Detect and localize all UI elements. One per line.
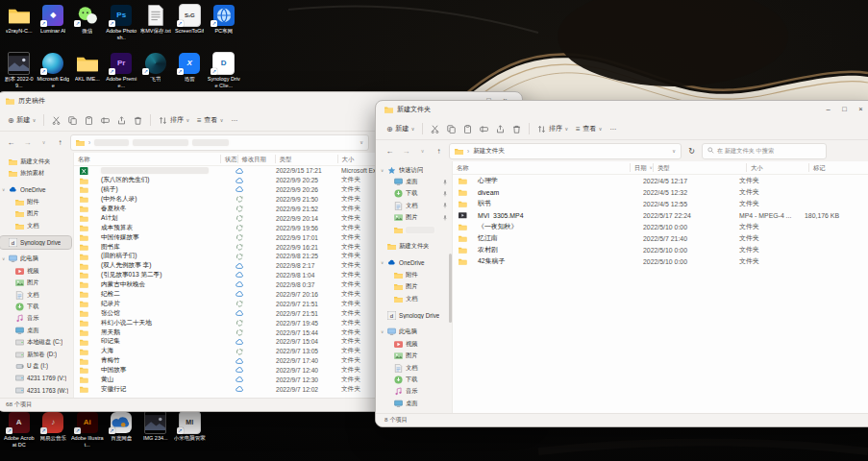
share-icon[interactable] (496, 125, 505, 133)
column-header-3[interactable]: 大小 (746, 163, 808, 172)
recent-locations-button[interactable]: ∨ (37, 139, 50, 145)
refresh-button[interactable]: ↻ (685, 147, 698, 156)
minimize-button[interactable]: – (820, 103, 836, 116)
sidebar-item-附件[interactable]: 附件 (379, 269, 450, 280)
sidebar-item-video-jiale-[interactable]: video (\\jiale... (0, 396, 71, 398)
sidebar-item-4231-1763-W-[interactable]: 4231 1763 (W:) (0, 384, 71, 396)
desktop-icon-寒MV保存-txt[interactable]: 寒MV保存.txt (138, 4, 173, 40)
sidebar-item-redacted[interactable] (379, 224, 450, 235)
sort-button[interactable]: 排序∨ (159, 115, 189, 125)
forward-button[interactable]: → (400, 147, 412, 156)
desktop-icon-Luminar-AI[interactable]: ◆↗ Luminar AI (37, 4, 71, 40)
sidebar-item-桌面[interactable]: 桌面 (379, 176, 450, 187)
sidebar-item-4231-1769-V-[interactable]: 4231 1769 (V:) (0, 373, 71, 384)
file-row--一夜知秋-[interactable]: 《一夜知秋》 2022/5/10 0:00 文件夹 (453, 221, 868, 232)
address-dropdown-icon[interactable]: ∨ (672, 148, 676, 154)
sidebar-item-图片[interactable]: 图片 (0, 278, 71, 289)
sidebar-item-图片[interactable]: 图片 (379, 281, 450, 293)
column-header-1[interactable]: 日期∨ (630, 163, 653, 172)
desktop-icon-Adobe-Photosh-[interactable]: Ps↗ Adobe Photosh.. (105, 4, 139, 40)
sidebar-item-新建文件夹[interactable]: 新建文件夹 (379, 240, 450, 252)
desktop-icon-飞书[interactable]: ↗ 飞书 (138, 52, 173, 88)
paste-icon[interactable] (85, 116, 93, 125)
address-dropdown-icon[interactable]: ∨ (360, 139, 363, 145)
sidebar-item-下载[interactable]: 下载 (0, 301, 71, 312)
share-icon[interactable] (117, 116, 126, 125)
sidebar-item-此电脑[interactable]: ∨ 此电脑 (379, 327, 450, 338)
sidebar-item-下载[interactable]: 下载 (379, 374, 450, 385)
sidebar-item-文档[interactable]: 文档 (379, 200, 450, 211)
view-button[interactable]: ≡查看∨ (576, 124, 602, 133)
delete-icon[interactable] (134, 116, 142, 125)
copy-icon[interactable] (447, 125, 456, 133)
desktop-icon-v2rayN-C-[interactable]: v2rayN-C... (2, 4, 37, 40)
desktop-icon-IMG-234-[interactable]: IMG 234... (138, 411, 173, 448)
column-header-1[interactable]: 状态 (220, 155, 237, 163)
desktop-icon-Microsoft-Edge[interactable]: ↗ Microsoft Edge (37, 52, 71, 88)
desktop-icon-PC寒网[interactable]: ↗ PC寒网 (207, 4, 241, 40)
sidebar-scrollbar[interactable] (449, 254, 452, 323)
new-button[interactable]: ⊕新建∨ (386, 124, 414, 133)
sidebar-item-Synology-Drive[interactable]: d Synology Drive (0, 236, 71, 248)
desktop-icon-Adobe-Acrobat-DC[interactable]: A↗ Adobe Acrobat DC (2, 411, 37, 448)
sidebar-item-视频[interactable]: 视频 (379, 338, 450, 350)
breadcrumb[interactable]: › 新建文件夹 ∨ (449, 143, 682, 159)
sidebar-item-附件[interactable]: 附件 (0, 196, 71, 207)
sidebar-item-快速访问[interactable]: ∨ 快速访问 (379, 164, 450, 176)
desktop-icon-迅雷[interactable]: X↗ 迅雷 (173, 52, 208, 88)
column-header-0[interactable]: 名称 (74, 155, 220, 163)
desktop-icon-剧本-2022-09-[interactable]: 剧本 2022-09... (2, 52, 37, 88)
desktop-icon-Synology-Drive-Clie-[interactable]: D↗ Synology Drive Clie... (207, 52, 241, 88)
sidebar-item-文档[interactable]: 文档 (0, 289, 71, 301)
sidebar-item-OneDrive[interactable]: ∨ OneDrive (379, 257, 450, 269)
breadcrumb-segment[interactable]: 新建文件夹 (473, 147, 505, 156)
column-header-2[interactable]: 类型 (653, 163, 746, 172)
back-button[interactable]: ← (384, 147, 396, 156)
close-button[interactable]: × (853, 103, 868, 116)
column-header-3[interactable]: 类型 (275, 155, 337, 163)
desktop-icon-网易云音乐[interactable]: ♪↗ 网易云音乐 (37, 411, 71, 448)
up-button[interactable]: ↑ (54, 138, 66, 147)
sidebar-item-文档[interactable]: 文档 (0, 220, 71, 231)
desktop-icon-ScreenToGif[interactable]: S›G↗ ScreenToGif (173, 4, 208, 40)
breadcrumb[interactable]: › ∨ (70, 134, 369, 151)
new-button[interactable]: ⊕新建∨ (8, 115, 36, 125)
right-titlebar[interactable]: 新建文件夹 – □ × (376, 101, 868, 118)
maximize-button[interactable]: □ (836, 103, 853, 116)
file-row-diveam[interactable]: diveam 2022/4/5 12:32 文件夹 (453, 186, 868, 198)
delete-icon[interactable] (512, 125, 521, 133)
search-input[interactable]: 在 新建文件夹 中搜索 (702, 143, 827, 159)
sidebar-item-桌面[interactable]: 桌面 (379, 398, 450, 409)
cut-icon[interactable] (431, 125, 439, 133)
view-button[interactable]: ≡查看∨ (197, 115, 223, 125)
file-row-心理学[interactable]: 心理学 2022/4/5 12:17 文件夹 (453, 175, 868, 186)
sidebar-item-下载[interactable]: 下载 (379, 188, 450, 200)
sidebar-item-图片[interactable]: 图片 (379, 350, 450, 361)
file-row-42集稿子[interactable]: 42集稿子 2022/5/10 0:00 文件夹 (453, 255, 868, 267)
desktop-icon-小米电脑管家[interactable]: MI↗ 小米电脑管家 (173, 411, 208, 448)
sidebar-item-新加卷-D-[interactable]: 新加卷 (D:) (0, 349, 71, 360)
up-button[interactable]: ↑ (433, 147, 445, 156)
sidebar-item-旅拍素材[interactable]: 旅拍素材 (0, 167, 71, 179)
more-button[interactable]: ··· (609, 126, 616, 133)
copy-icon[interactable] (68, 116, 77, 125)
paste-icon[interactable] (463, 125, 472, 133)
column-header-4[interactable]: 大小 (337, 155, 381, 163)
sidebar-item-文档[interactable]: 文档 (379, 293, 450, 304)
desktop-icon-Adobe-Illustrat-[interactable]: Ai↗ Adobe Illustrat... (70, 411, 105, 448)
sidebar-item-新建文件夹[interactable]: 新建文件夹 (0, 156, 71, 167)
file-row-忆江南[interactable]: 忆江南 2022/5/7 21:40 文件夹 (453, 232, 868, 244)
column-header-4[interactable]: 标记 (808, 163, 854, 172)
sidebar-item-图片[interactable]: 图片 (0, 208, 71, 220)
back-button[interactable]: ← (5, 138, 17, 147)
file-row-农村剧[interactable]: 农村剧 2022/5/10 0:00 文件夹 (453, 244, 868, 255)
file-row-MVI_3305-MP4[interactable]: MVI_3305.MP4 2022/5/17 22:24 MP4 - MPEG-… (453, 209, 868, 221)
sidebar-item-本地磁盘-C-[interactable]: 本地磁盘 (C:) (0, 336, 71, 348)
sidebar-item-图片[interactable]: 图片 (379, 212, 450, 224)
sidebar-item-此电脑[interactable]: ∨ 此电脑 (0, 254, 71, 265)
more-button[interactable]: ··· (231, 117, 237, 124)
sidebar-item-U-盘-I-[interactable]: U 盘 (I:) (0, 360, 71, 372)
rename-icon[interactable] (101, 116, 110, 125)
forward-button[interactable]: → (21, 138, 34, 147)
sidebar-item-文档[interactable]: 文档 (379, 362, 450, 374)
